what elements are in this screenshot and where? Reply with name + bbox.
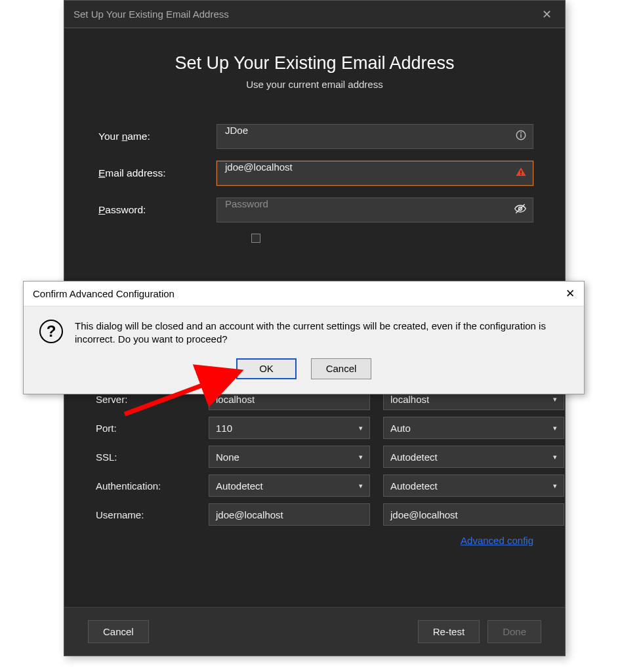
warning-icon	[515, 166, 527, 180]
info-icon[interactable]	[515, 129, 527, 144]
close-icon[interactable]: ✕	[538, 5, 556, 24]
incoming-username-input[interactable]: jdoe@localhost	[209, 503, 370, 526]
cancel-button[interactable]: Cancel	[88, 620, 149, 643]
chevron-down-icon: ▾	[359, 424, 363, 432]
question-icon: ?	[39, 320, 63, 343]
email-label: Email address:	[98, 167, 217, 179]
incoming-port-select[interactable]: 110▾	[209, 417, 370, 439]
outgoing-port-select[interactable]: Auto▾	[383, 417, 564, 439]
svg-rect-3	[520, 171, 522, 174]
retest-button[interactable]: Re-test	[418, 620, 480, 643]
incoming-ssl-select[interactable]: None▾	[209, 446, 370, 468]
close-icon[interactable]: ✕	[566, 287, 575, 301]
auth-label: Authentication:	[96, 480, 196, 492]
ok-button[interactable]: OK	[236, 358, 297, 379]
incoming-auth-select[interactable]: Autodetect▾	[209, 474, 370, 497]
page-title: Set Up Your Existing Email Address	[77, 53, 552, 74]
confirm-title: Confirm Advanced Configuration	[33, 288, 175, 299]
show-password-icon[interactable]	[514, 202, 527, 218]
titlebar: Set Up Your Existing Email Address ✕	[64, 1, 565, 28]
outgoing-ssl-select[interactable]: Autodetect▾	[383, 446, 564, 468]
cancel-button[interactable]: Cancel	[311, 358, 371, 379]
confirm-message: This dialog will be closed and an accoun…	[75, 320, 568, 346]
ssl-label: SSL:	[96, 452, 196, 463]
svg-point-2	[521, 133, 522, 133]
chevron-down-icon: ▾	[553, 424, 557, 432]
password-input[interactable]: Password	[217, 198, 533, 222]
advanced-config-link[interactable]: Advanced config	[461, 535, 533, 546]
email-input[interactable]: jdoe@localhost	[217, 161, 533, 186]
chevron-down-icon: ▾	[553, 482, 557, 490]
page-subtitle: Use your current email address	[77, 79, 552, 90]
name-label: Your name:	[98, 131, 217, 142]
bottom-bar: Cancel Re-test Done	[64, 607, 565, 656]
chevron-down-icon: ▾	[359, 482, 363, 490]
window-title: Set Up Your Existing Email Address	[73, 9, 229, 20]
outgoing-username-input[interactable]: jdoe@localhost	[383, 503, 564, 526]
name-input[interactable]: JDoe	[217, 124, 533, 149]
username-label: Username:	[96, 509, 196, 520]
outgoing-auth-select[interactable]: Autodetect▾	[383, 474, 564, 497]
done-button[interactable]: Done	[487, 620, 541, 643]
chevron-down-icon: ▾	[553, 395, 557, 404]
confirm-dialog: Confirm Advanced Configuration ✕ ? This …	[23, 281, 585, 394]
remember-password-row	[251, 232, 533, 243]
server-label: Server:	[96, 394, 196, 405]
chevron-down-icon: ▾	[359, 453, 363, 461]
chevron-down-icon: ▾	[553, 453, 557, 461]
port-label: Port:	[96, 423, 196, 434]
password-label: Password:	[98, 204, 217, 216]
remember-password-checkbox[interactable]	[251, 234, 260, 243]
svg-rect-4	[520, 174, 522, 175]
